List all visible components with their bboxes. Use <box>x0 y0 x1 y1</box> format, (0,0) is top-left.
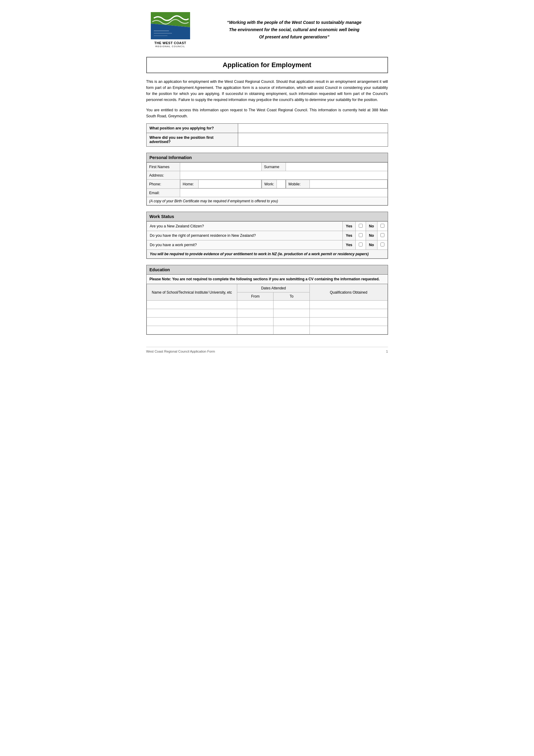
ws-no-label-1: No <box>366 222 377 231</box>
first-names-input[interactable] <box>183 165 259 169</box>
tagline-line2: The environment for the social, cultural… <box>201 26 388 34</box>
edu-school-input-1[interactable] <box>149 311 235 315</box>
edu-school-0[interactable] <box>146 301 237 309</box>
edu-school-1[interactable] <box>146 309 237 317</box>
ws-note-row: You will be required to provide evidence… <box>146 250 388 258</box>
edu-from-input-0[interactable] <box>240 302 271 307</box>
ws-no-cb-3[interactable] <box>380 243 384 246</box>
edu-to-3[interactable] <box>273 326 310 335</box>
tagline-line3: Of present and future generations” <box>201 34 388 41</box>
position-label-1: What position are you applying for? <box>146 124 238 133</box>
ws-no-cb-1[interactable] <box>380 224 384 228</box>
edu-qual-input-0[interactable] <box>312 302 385 307</box>
address-input[interactable] <box>183 173 385 177</box>
first-names-value[interactable] <box>180 163 262 171</box>
edu-school-2[interactable] <box>146 317 237 326</box>
email-label: Email: <box>146 189 180 197</box>
ws-yes-cb-2[interactable] <box>359 233 363 237</box>
edu-qual-0[interactable] <box>310 301 388 309</box>
edu-to-input-2[interactable] <box>276 319 307 324</box>
ws-no-box-2[interactable] <box>377 231 388 240</box>
edu-from-header: From <box>237 292 273 301</box>
edu-school-input-2[interactable] <box>149 319 235 324</box>
address-value[interactable] <box>180 171 388 180</box>
ws-row-1: Are you a New Zealand Citizen? Yes No <box>146 222 388 231</box>
ws-yes-box-1[interactable] <box>355 222 366 231</box>
edu-qual-input-2[interactable] <box>312 319 385 324</box>
ws-yes-box-2[interactable] <box>355 231 366 240</box>
ws-yes-label-2: Yes <box>343 231 356 240</box>
ws-no-box-1[interactable] <box>377 222 388 231</box>
edu-qual-3[interactable] <box>310 326 388 335</box>
ws-no-label-3: No <box>366 240 377 250</box>
edu-data-row <box>146 301 388 309</box>
edu-header-row: Name of School/Technical Institute/ Univ… <box>146 284 388 292</box>
edu-to-2[interactable] <box>273 317 310 326</box>
work-value[interactable] <box>276 180 285 188</box>
edu-qual-1[interactable] <box>310 309 388 317</box>
ws-no-box-3[interactable] <box>377 240 388 250</box>
edu-school-3[interactable] <box>146 326 237 335</box>
logo-area: THE WEST COAST REGIONAL COUNCIL <box>146 12 195 48</box>
email-row: Email: <box>146 189 388 197</box>
edu-data-row <box>146 309 388 317</box>
ws-q2: Do you have the right of permanent resid… <box>146 231 343 240</box>
birth-cert-row: (A copy of your Birth Certificate may be… <box>146 197 388 205</box>
position-input-1[interactable] <box>241 126 384 130</box>
mobile-label: Mobile: <box>286 180 310 188</box>
edu-dates-header: Dates Attended <box>237 284 310 292</box>
home-input[interactable] <box>201 182 259 186</box>
email-input[interactable] <box>183 191 385 195</box>
position-input-2[interactable] <box>241 138 384 142</box>
edu-from-0[interactable] <box>237 301 273 309</box>
tagline-line1: “Working with the people of the West Coa… <box>201 19 388 26</box>
edu-qual-2[interactable] <box>310 317 388 326</box>
ws-yes-box-3[interactable] <box>355 240 366 250</box>
personal-info-table: First Names Surname Address: Phone: Home… <box>146 162 388 205</box>
edu-to-input-0[interactable] <box>276 302 307 307</box>
mobile-value[interactable] <box>310 180 387 188</box>
edu-to-input-3[interactable] <box>276 328 307 332</box>
position-row-1: What position are you applying for? <box>146 124 388 133</box>
ws-yes-cb-1[interactable] <box>359 224 363 228</box>
edu-from-input-2[interactable] <box>240 319 271 324</box>
home-value[interactable] <box>198 180 261 188</box>
work-status-table: Are you a New Zealand Citizen? Yes No Do… <box>146 221 388 258</box>
edu-qual-input-3[interactable] <box>312 328 385 332</box>
email-value[interactable] <box>180 189 388 197</box>
edu-from-3[interactable] <box>237 326 273 335</box>
edu-qual-input-1[interactable] <box>312 311 385 315</box>
education-header: Education <box>146 265 388 275</box>
edu-school-input-3[interactable] <box>149 328 235 332</box>
logo-sub: REGIONAL COUNCIL <box>155 45 185 48</box>
edu-to-1[interactable] <box>273 309 310 317</box>
edu-to-0[interactable] <box>273 301 310 309</box>
position-value-2[interactable] <box>238 133 388 147</box>
work-status-header: Work Status <box>146 212 388 221</box>
ws-note: You will be required to provide evidence… <box>146 250 388 258</box>
work-input[interactable] <box>279 182 283 186</box>
edu-school-input-0[interactable] <box>149 302 235 307</box>
edu-col1-header: Name of School/Technical Institute/ Univ… <box>146 284 237 301</box>
page-footer: West Coast Regional Council Application … <box>146 347 388 353</box>
logo-name: THE WEST COAST <box>154 41 186 45</box>
surname-input[interactable] <box>288 165 385 169</box>
edu-from-input-3[interactable] <box>240 328 271 332</box>
ws-no-cb-2[interactable] <box>380 233 384 237</box>
logo-container: THE WEST COAST REGIONAL COUNCIL <box>146 12 195 48</box>
edu-to-input-1[interactable] <box>276 311 307 315</box>
logo-icon <box>151 12 190 39</box>
mobile-input[interactable] <box>312 182 384 186</box>
edu-note-text: Please Note: You are not required to com… <box>150 277 380 281</box>
ws-row-2: Do you have the right of permanent resid… <box>146 231 388 240</box>
personal-info-header: Personal Information <box>146 153 388 162</box>
surname-value[interactable] <box>286 163 388 171</box>
birth-cert-note: (A copy of your Birth Certificate may be… <box>146 197 388 205</box>
position-value-1[interactable] <box>238 124 388 133</box>
edu-from-input-1[interactable] <box>240 311 271 315</box>
edu-from-1[interactable] <box>237 309 273 317</box>
mobile-cell: Mobile: <box>286 180 388 189</box>
edu-from-2[interactable] <box>237 317 273 326</box>
ws-q3: Do you have a work permit? <box>146 240 343 250</box>
ws-yes-cb-3[interactable] <box>359 243 363 246</box>
